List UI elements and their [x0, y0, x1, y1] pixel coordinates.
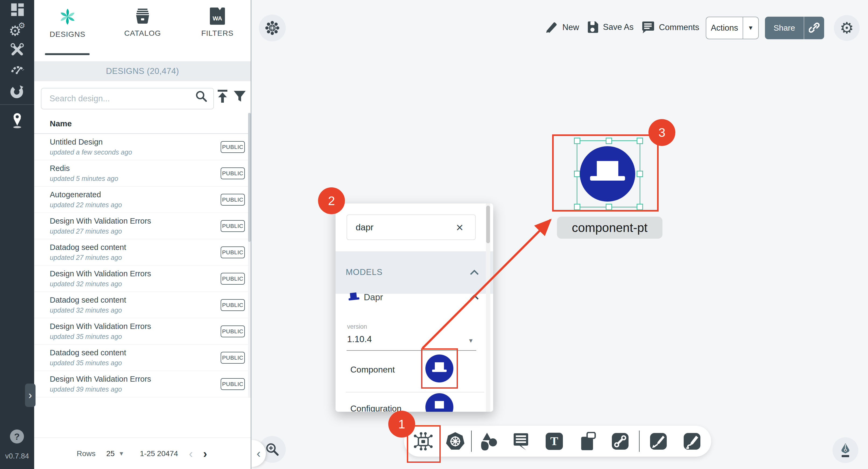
dapr-configuration-icon[interactable] [425, 393, 454, 412]
rail-divider [0, 104, 34, 105]
design-search-input[interactable] [41, 88, 214, 109]
draw-arrow-tool[interactable] [645, 426, 672, 457]
sidebar-item-lifecycle[interactable]: ⚙⚙ [0, 20, 34, 39]
meshsync-status-button[interactable] [259, 14, 286, 41]
gears-icon: ⚙⚙ [9, 22, 26, 38]
pagination-bar: Rows 25 ▼ 1-25 20474 ‹ › [34, 438, 251, 469]
freehand-pencil-icon [683, 432, 701, 450]
design-visibility-badge: PUBLIC [221, 299, 245, 311]
dialog-scrollbar[interactable] [486, 203, 490, 412]
component-search-dialog: × MODELS Dapr version 1.10.4 [336, 203, 493, 412]
design-visibility-badge: PUBLIC [221, 246, 245, 258]
comment-tool[interactable] [507, 426, 534, 457]
note-tool[interactable] [575, 426, 601, 457]
settings-button[interactable]: ⚙ [834, 15, 860, 41]
filter-funnel-icon[interactable] [233, 89, 247, 103]
node-label[interactable]: component-pt [557, 216, 662, 239]
tab-designs[interactable]: DESIGNS [41, 7, 94, 56]
kubernetes-tool[interactable] [442, 426, 469, 457]
help-button[interactable]: ? [10, 430, 24, 443]
models-section-header[interactable]: MODELS [336, 251, 493, 294]
kubernetes-icon [445, 431, 465, 451]
next-page-button[interactable]: › [203, 438, 207, 469]
design-list-item[interactable]: Redis updated 5 minutes ago PUBLIC [34, 160, 251, 187]
comments-button[interactable]: Comments [641, 21, 699, 34]
design-name: Datadog seed content [50, 243, 126, 252]
share-label: Share [765, 23, 804, 33]
design-list-item[interactable]: Autogenerated updated 22 minutes ago PUB… [34, 187, 251, 213]
design-list-item[interactable]: Design With Validation Errors updated 27… [34, 213, 251, 239]
tab-filters-label: FILTERS [190, 29, 244, 38]
design-list-item[interactable]: Design With Validation Errors updated 35… [34, 318, 251, 344]
designs-drawer: DESIGNS CATALOG WA FILTERS DESIGNS (20,4… [34, 0, 251, 469]
sidebar-item-performance[interactable] [0, 59, 34, 79]
tab-filters[interactable]: WA FILTERS [190, 7, 244, 56]
rail-expand-handle[interactable]: › [25, 383, 35, 407]
design-name: Design With Validation Errors [50, 375, 151, 383]
resize-handle[interactable] [574, 138, 580, 144]
row-divider [346, 392, 484, 392]
chevron-left-icon: ‹ [257, 447, 261, 459]
sticky-note-icon [579, 432, 597, 451]
canvas-toolbar: T [404, 426, 711, 457]
design-updated-text: updated 32 minutes ago [50, 280, 122, 288]
resize-handle[interactable] [574, 204, 580, 210]
text-tool[interactable]: T [541, 426, 568, 457]
tab-catalog[interactable]: CATALOG [116, 7, 169, 56]
design-list-item[interactable]: Datadog seed content updated 27 minutes … [34, 239, 251, 266]
comment-bubble-icon [512, 432, 530, 451]
design-list-item[interactable]: Untitled Design updated a few seconds ag… [34, 134, 251, 160]
sidebar-item-configuration[interactable] [0, 40, 34, 59]
design-visibility-badge: PUBLIC [221, 220, 245, 232]
annotation-badge-3: 3 [648, 119, 675, 146]
design-list-item[interactable]: Datadog seed content updated 35 minutes … [34, 344, 251, 371]
magnifier-plus-icon [265, 442, 280, 457]
copy-link-button[interactable] [804, 23, 824, 33]
resize-handle[interactable] [606, 204, 612, 210]
actions-split-button[interactable]: Actions ▼ [706, 16, 759, 39]
link-nodes-icon [611, 432, 629, 450]
annotation-badge-1: 1 [388, 411, 415, 438]
dialog-scrollbar-thumb[interactable] [486, 206, 490, 243]
resize-handle[interactable] [637, 204, 643, 210]
version-label: version [347, 323, 367, 330]
resize-handle[interactable] [606, 138, 612, 144]
share-split-button[interactable]: Share [765, 16, 824, 39]
design-list-item[interactable]: Design With Validation Errors updated 39… [34, 371, 251, 397]
design-canvas[interactable]: ‹ New [251, 0, 868, 469]
chevron-right-icon: › [29, 389, 32, 401]
list-scrollbar-thumb[interactable] [248, 113, 251, 242]
sidebar-item-kanvas[interactable] [0, 111, 34, 130]
new-button[interactable]: New [545, 21, 579, 34]
dapr-component-node[interactable] [580, 146, 636, 202]
designs-list: Untitled Design updated a few seconds ag… [34, 134, 251, 397]
sidebar-item-extensions[interactable] [0, 82, 34, 101]
link-tool[interactable] [607, 426, 633, 457]
design-list-item[interactable]: Datadog seed content updated 32 minutes … [34, 292, 251, 318]
crossed-tools-icon [9, 42, 25, 58]
extensions-icon [9, 83, 25, 99]
search-icon[interactable] [194, 89, 209, 104]
wasm-filter-icon: WA [210, 7, 225, 25]
freehand-draw-tool[interactable] [679, 426, 706, 457]
caret-down-icon: ▼ [468, 337, 474, 344]
clear-search-icon[interactable]: × [456, 220, 463, 235]
pen-nib-icon [838, 443, 852, 458]
design-updated-text: updated 35 minutes ago [50, 333, 122, 340]
save-as-button[interactable]: Save As [586, 21, 633, 34]
actions-dropdown-arrow[interactable]: ▼ [743, 25, 758, 31]
list-scrollbar[interactable] [248, 113, 251, 398]
resize-handle[interactable] [637, 138, 643, 144]
pagination-range: 1-25 20474 [140, 438, 178, 469]
design-name: Datadog seed content [50, 296, 126, 304]
sidebar-item-dashboard[interactable] [0, 0, 34, 20]
shapes-tool[interactable] [476, 426, 503, 457]
design-updated-text: updated a few seconds ago [50, 148, 132, 156]
wasm-filter-icon-text: WA [210, 15, 225, 22]
publish-upload-icon[interactable] [215, 89, 230, 104]
prev-page-button[interactable]: ‹ [189, 438, 193, 469]
whiteboard-pen-button[interactable] [833, 437, 858, 463]
resize-handle[interactable] [637, 171, 643, 177]
design-list-item[interactable]: Design With Validation Errors updated 32… [34, 266, 251, 292]
rows-per-page-select[interactable]: 25 ▼ [106, 438, 124, 469]
